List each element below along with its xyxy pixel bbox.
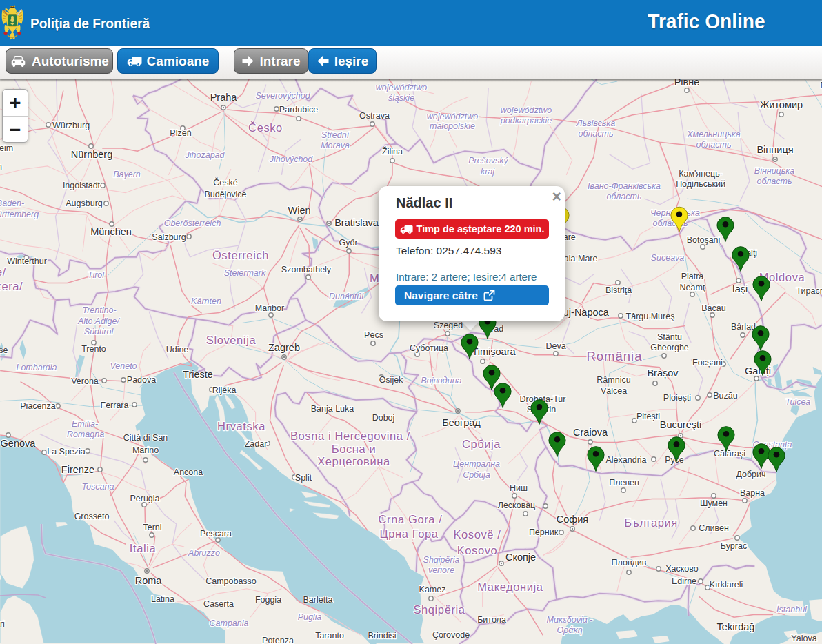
svg-text:Србија: Србија <box>462 438 501 450</box>
svg-text:Србија: Србија <box>463 470 490 480</box>
svg-text:România: România <box>586 349 642 363</box>
svg-text:Svizzera/: Svizzera/ <box>0 280 23 292</box>
svg-text:Црна Гора: Црна Гора <box>379 527 438 540</box>
svg-text:Nürnberg: Nürnberg <box>71 149 112 160</box>
svg-text:Iaşi: Iaşi <box>732 283 748 294</box>
svg-text:область: область <box>757 177 792 186</box>
svg-text:Sassari: Sassari <box>0 619 5 629</box>
svg-text:Praha: Praha <box>210 92 238 103</box>
svg-text:Kırklareli: Kırklareli <box>710 580 743 590</box>
svg-text:Österreich: Österreich <box>212 249 269 261</box>
svg-text:Südtirol: Südtirol <box>84 327 114 336</box>
svg-text:Abruzzo: Abruzzo <box>188 548 220 558</box>
svg-text:Vâlcea: Vâlcea <box>601 386 627 396</box>
svg-text:Grosseto: Grosseto <box>74 512 110 521</box>
svg-text:Doboj: Doboj <box>372 413 395 423</box>
svg-text:Централна: Централна <box>453 459 500 469</box>
svg-text:Kosovë /: Kosovë / <box>453 528 501 541</box>
svg-text:Târgu Mureş: Târgu Mureş <box>626 312 675 321</box>
svg-text:Caserta: Caserta <box>203 599 234 609</box>
svg-text:İstanbul: İstanbul <box>776 605 808 614</box>
svg-text:Slovenija: Slovenija <box>206 334 257 346</box>
svg-text:województwo: województwo <box>427 112 478 121</box>
svg-text:Plzeň: Plzeň <box>170 128 191 138</box>
svg-text:Brașov: Brașov <box>647 368 679 379</box>
svg-text:Split: Split <box>295 473 312 483</box>
svg-text:Buzău: Buzău <box>713 391 737 401</box>
svg-text:Pardubice: Pardubice <box>279 105 318 114</box>
svg-text:Yalova: Yalova <box>791 634 816 643</box>
svg-text:Győr: Győr <box>339 238 357 248</box>
svg-text:Udine: Udine <box>166 345 189 354</box>
svg-text:Jihovýchod: Jihovýchod <box>269 154 314 164</box>
svg-text:Tekirdağ: Tekirdağ <box>717 621 755 632</box>
svg-text:Tulcea: Tulcea <box>785 397 811 407</box>
svg-text:Potenza: Potenza <box>262 636 294 644</box>
svg-text:Râmnicu: Râmnicu <box>597 375 630 385</box>
svg-text:Ниш: Ниш <box>510 483 528 493</box>
svg-text:Alto Adige/: Alto Adige/ <box>77 316 121 326</box>
svg-text:Dunántúl: Dunántúl <box>329 292 364 301</box>
svg-text:Piatra: Piatra <box>681 272 704 281</box>
svg-text:Македонија: Македонија <box>477 581 543 593</box>
svg-text:Хасково: Хасково <box>665 564 699 574</box>
svg-text:Војводина: Војводина <box>421 376 462 385</box>
svg-text:Prešovský: Prešovský <box>468 156 508 165</box>
svg-text:kraj: kraj <box>481 167 495 177</box>
svg-text:Добрич: Добрич <box>736 470 765 479</box>
svg-text:Bucureşti: Bucureşti <box>660 419 701 430</box>
svg-text:Campobasso: Campobasso <box>206 576 257 586</box>
svg-text:Суботица: Суботица <box>410 343 448 353</box>
svg-text:Trieste: Trieste <box>183 369 213 380</box>
svg-text:Wien: Wien <box>288 205 310 216</box>
svg-text:Шумен: Шумен <box>700 499 728 508</box>
svg-text:Edirne: Edirne <box>672 576 696 586</box>
svg-text:śląskie: śląskie <box>388 93 414 103</box>
svg-text:Рівне: Рівне <box>674 79 700 88</box>
svg-text:Alexandria: Alexandria <box>605 455 646 465</box>
svg-text:Timișoara: Timișoara <box>472 346 516 357</box>
svg-text:München: München <box>90 226 132 237</box>
svg-text:Steiermark: Steiermark <box>224 268 266 278</box>
svg-text:Львівська: Львівська <box>576 119 615 128</box>
svg-text:область: область <box>607 192 642 201</box>
svg-text:Lombardia: Lombardia <box>16 363 57 372</box>
svg-text:Neamţ: Neamţ <box>680 283 705 292</box>
svg-text:Italia: Italia <box>130 542 157 554</box>
svg-text:Craiova: Craiova <box>573 427 608 438</box>
svg-text:České: České <box>213 177 237 188</box>
svg-text:область: область <box>579 129 614 139</box>
svg-text:Gheorghe: Gheorghe <box>650 343 689 352</box>
svg-text:Varese: Varese <box>0 345 8 355</box>
svg-text:Württemberg: Württemberg <box>0 210 39 219</box>
svg-text:Pécs: Pécs <box>364 330 383 340</box>
svg-text:Terni: Terni <box>143 523 161 532</box>
svg-text:Вінниця: Вінниця <box>756 144 793 155</box>
svg-text:Veneto: Veneto <box>110 361 137 371</box>
svg-text:Ingolstadt: Ingolstadt <box>63 181 101 190</box>
svg-text:Бургас: Бургас <box>721 541 747 551</box>
svg-text:Варна: Варна <box>740 488 765 498</box>
svg-text:Oberösterreich: Oberösterreich <box>164 219 221 228</box>
svg-text:Firenze: Firenze <box>61 464 94 475</box>
svg-text:Zagreb: Zagreb <box>268 342 300 353</box>
svg-text:Перник: Перник <box>529 527 559 537</box>
svg-text:podkarpackie: podkarpackie <box>500 116 552 125</box>
svg-text:Suceava: Suceava <box>651 253 685 263</box>
svg-text:Salzburg: Salzburg <box>152 232 186 242</box>
svg-text:e/: e/ <box>0 265 6 278</box>
svg-text:Битола: Битола <box>477 615 506 625</box>
svg-text:Ostrava: Ostrava <box>359 111 390 121</box>
svg-text:Toscana: Toscana <box>82 482 114 492</box>
svg-text:Кам'янець-: Кам'янець- <box>679 169 723 179</box>
svg-text:Çorovodë: Çorovodë <box>432 630 470 640</box>
svg-text:Szeged: Szeged <box>434 321 463 330</box>
svg-text:Deva: Deva <box>545 341 565 351</box>
svg-text:Μακεδονία -: Μακεδονία - <box>547 615 593 625</box>
svg-text:Verona: Verona <box>71 376 99 386</box>
svg-text:Пловдив: Пловдив <box>612 558 647 567</box>
svg-text:Bârlad: Bârlad <box>731 322 756 332</box>
svg-text:Тирасп: Тирасп <box>796 286 822 296</box>
svg-text:Morava: Morava <box>321 141 350 150</box>
svg-text:Žilina: Žilina <box>382 146 403 157</box>
